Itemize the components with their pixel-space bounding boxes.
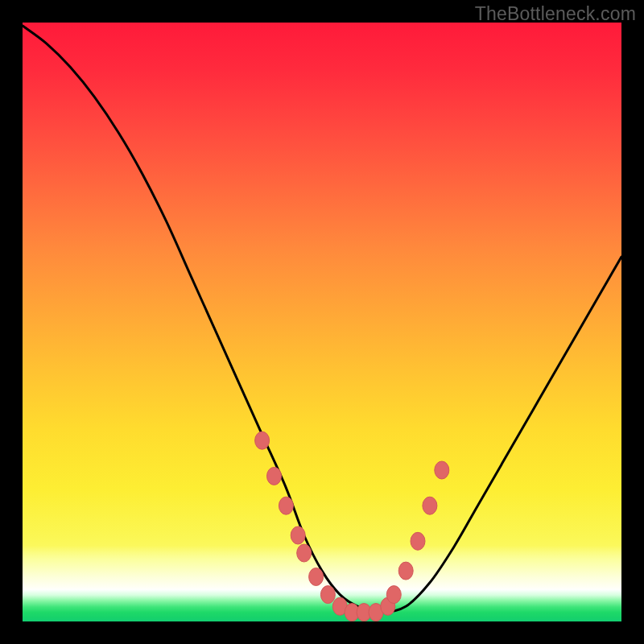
- curve-marker: [411, 532, 425, 550]
- curve-marker: [423, 497, 437, 514]
- curve-marker: [309, 568, 324, 586]
- chart-frame: TheBottleneck.com: [0, 0, 644, 644]
- curve-marker: [291, 526, 305, 544]
- curve-marker: [435, 461, 449, 479]
- plot-area: [23, 23, 621, 621]
- bottleneck-curve: [23, 26, 621, 613]
- curve-marker: [398, 562, 413, 580]
- watermark-text: TheBottleneck.com: [475, 3, 636, 25]
- curve-marker: [297, 544, 312, 562]
- curve-layer: [23, 23, 621, 621]
- curve-marker: [320, 586, 335, 604]
- curve-marker: [255, 431, 270, 449]
- curve-marker: [267, 467, 282, 485]
- curve-marker: [386, 586, 401, 604]
- curve-marker: [279, 497, 293, 514]
